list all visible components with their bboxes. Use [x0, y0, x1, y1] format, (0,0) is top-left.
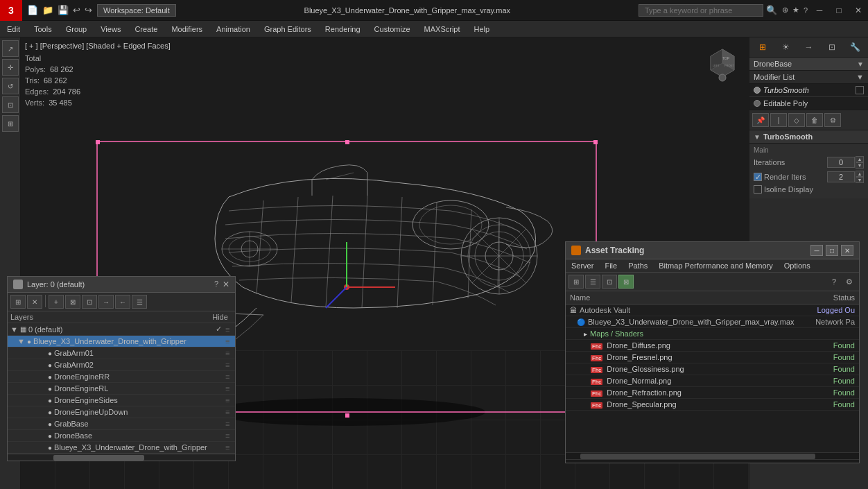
editable-poly-visibility-bulb[interactable]	[754, 100, 761, 107]
scale-tool-btn[interactable]: ⊡	[2, 96, 19, 113]
layer-drag-handle[interactable]: ≡	[225, 349, 232, 357]
layer-drag-handle[interactable]: ≡	[225, 431, 232, 440]
rotate-tool-btn[interactable]: ↺	[2, 78, 19, 94]
minimize-btn[interactable]: ─	[810, 0, 829, 21]
menu-item-edit[interactable]: Edit	[0, 23, 27, 35]
layer-drag-handle[interactable]: ≡	[225, 420, 232, 428]
asset-table-view-btn[interactable]: ⊠	[618, 275, 634, 289]
help-icon[interactable]: ?	[801, 6, 810, 15]
asset-detail-view-btn[interactable]: ☰	[585, 275, 600, 289]
layer-panel-close-btn[interactable]: ✕	[223, 280, 229, 289]
maximize-btn[interactable]: □	[829, 0, 849, 21]
asset-minimize-btn[interactable]: ─	[810, 245, 823, 256]
menu-item-customize[interactable]: Customize	[367, 23, 417, 35]
layer-item[interactable]: ●Blueye_X3_Underwater_Drone_with_Gripper…	[8, 442, 235, 454]
remove-modifier-btn[interactable]: 🗑	[806, 113, 823, 127]
layer-item[interactable]: ●DroneEngineUpDown≡	[8, 406, 235, 418]
make-unique-btn[interactable]: ◇	[788, 113, 805, 127]
nav-icon[interactable]: ⊕	[780, 6, 790, 15]
layer-item[interactable]: ●GrabArm02≡	[8, 359, 235, 371]
iterations-input[interactable]	[827, 157, 855, 168]
menu-item-maxscript[interactable]: MAXScript	[417, 23, 467, 35]
layer-item[interactable]: ▼●Blueye_X3_Underwater_Drone_with_Grippe…	[8, 336, 235, 348]
menu-item-graph-editors[interactable]: Graph Editors	[257, 23, 318, 35]
layer-drag-handle[interactable]: ≡	[225, 396, 232, 404]
select-tool-btn[interactable]: ↗	[2, 40, 19, 57]
layer-settings-btn[interactable]: ☰	[132, 295, 147, 309]
render-iters-input[interactable]	[827, 171, 855, 182]
redo-btn[interactable]: ↪	[83, 5, 94, 15]
editable-poly-modifier-item[interactable]: Editable Poly	[749, 97, 868, 110]
object-color-swatch[interactable]: ▼	[857, 60, 864, 68]
asset-list-view-btn[interactable]: ⊞	[568, 275, 584, 289]
iterations-up-btn[interactable]: ▲	[856, 156, 864, 162]
layer-scrollbar[interactable]	[8, 454, 235, 461]
layer-item[interactable]: ●DroneBase≡	[8, 430, 235, 442]
layer-panel-help-btn[interactable]: ?	[214, 280, 218, 289]
layer-item[interactable]: ●GrabBase≡	[8, 418, 235, 430]
close-btn[interactable]: ✕	[849, 0, 868, 21]
layer-drag-handle[interactable]: ≡	[225, 337, 232, 345]
menu-item-create[interactable]: Create	[128, 23, 164, 35]
hierarchy-icon[interactable]: ⊡	[825, 40, 839, 54]
new-btn[interactable]: 📄	[26, 5, 40, 15]
menu-item-help[interactable]: Help	[467, 23, 497, 35]
layer-drag-handle[interactable]: ≡	[225, 325, 232, 334]
layer-item[interactable]: ●DroneEngineSides≡	[8, 395, 235, 406]
config-btn[interactable]: ⚙	[824, 113, 841, 127]
asset-row[interactable]: 🏛Autodesk VaultLogged Ou	[566, 304, 859, 316]
asset-menu-server[interactable]: Server	[566, 259, 599, 272]
save-btn[interactable]: 💾	[56, 5, 70, 15]
layer-item[interactable]: ●DroneEngineRR≡	[8, 371, 235, 383]
collapse-turbosmooth-btn[interactable]: ▼	[754, 133, 761, 141]
command-panel-icon[interactable]: ⊞	[756, 40, 770, 54]
search-input[interactable]	[639, 4, 763, 17]
asset-row[interactable]: FhcDrone_Specular.pngFound	[566, 399, 859, 411]
menu-item-views[interactable]: Views	[94, 23, 128, 35]
asset-menu-bitmap-performance-and-memory[interactable]: Bitmap Performance and Memory	[653, 259, 778, 272]
layer-drag-handle[interactable]: ≡	[225, 372, 232, 381]
asset-row[interactable]: FhcDrone_Refraction.pngFound	[566, 387, 859, 399]
layer-drag-handle[interactable]: ≡	[225, 443, 232, 452]
layer-display-btn[interactable]: ⊞	[10, 295, 26, 309]
move-tool-btn[interactable]: ✛	[2, 59, 19, 76]
show-all-btn[interactable]: |	[770, 113, 787, 127]
asset-settings-btn[interactable]: ⚙	[842, 275, 856, 289]
layer-move-down-btn[interactable]: ←	[115, 295, 130, 309]
render-iters-up-btn[interactable]: ▲	[856, 171, 864, 177]
asset-menu-options[interactable]: Options	[779, 259, 816, 272]
layer-item[interactable]: ▼▦0 (default)✓≡	[8, 323, 235, 336]
layer-select1-btn[interactable]: ⊠	[65, 295, 80, 309]
menu-item-rendering[interactable]: Rendering	[318, 23, 367, 35]
motion-icon[interactable]: →	[801, 40, 815, 54]
open-btn[interactable]: 📁	[41, 5, 55, 15]
asset-row[interactable]: FhcDrone_Normal.pngFound	[566, 375, 859, 387]
workspace-button[interactable]: Workspace: Default	[97, 4, 176, 17]
isoline-checkbox[interactable]	[754, 185, 762, 194]
display-icon[interactable]: ☀	[779, 40, 792, 54]
layer-delete-btn[interactable]: ✕	[27, 295, 42, 309]
layer-add-btn[interactable]: +	[49, 295, 64, 309]
layer-move-up-btn[interactable]: →	[98, 295, 114, 309]
search-icon[interactable]: 🔍	[763, 5, 780, 15]
layer-item[interactable]: ●DroneEngineRL≡	[8, 383, 235, 395]
turbosmooth-modifier-item[interactable]: TurboSmooth	[749, 84, 868, 97]
menu-item-animation[interactable]: Animation	[209, 23, 257, 35]
modifier-list-dropdown-icon[interactable]: ▼	[856, 73, 864, 81]
asset-row[interactable]: FhcDrone_Glossiness.pngFound	[566, 363, 859, 375]
menu-item-group[interactable]: Group	[59, 23, 94, 35]
asset-close-btn[interactable]: ✕	[841, 245, 853, 256]
asset-row[interactable]: ▸Maps / Shaders	[566, 328, 859, 340]
view-cube[interactable]: TOP LEFT FRONT	[704, 44, 742, 83]
menu-item-tools[interactable]: Tools	[27, 23, 59, 35]
asset-maximize-btn[interactable]: □	[826, 245, 838, 256]
modifier-checkbox[interactable]	[856, 86, 864, 94]
menu-item-modifiers[interactable]: Modifiers	[164, 23, 209, 35]
modifier-visibility-bulb[interactable]	[754, 87, 761, 94]
layer-drag-handle[interactable]: ≡	[225, 361, 232, 369]
iterations-down-btn[interactable]: ▼	[856, 162, 864, 169]
layer-item[interactable]: ●GrabArm01≡	[8, 348, 235, 359]
layer-drag-handle[interactable]: ≡	[225, 384, 232, 393]
render-iters-checkbox[interactable]: ✓	[754, 173, 762, 181]
render-iters-down-btn[interactable]: ▼	[856, 177, 864, 183]
